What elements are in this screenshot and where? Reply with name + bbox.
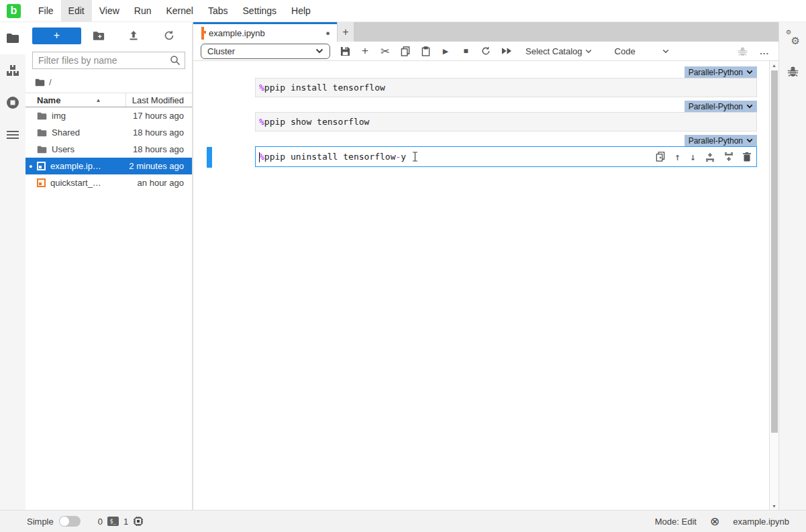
chevron-down-icon xyxy=(746,104,753,109)
file-list-header: Name ▲ Last Modified xyxy=(26,93,192,107)
column-header-name[interactable]: Name ▲ xyxy=(26,93,126,107)
restart-kernel-button[interactable] xyxy=(476,46,496,56)
notebook-toolbar: Cluster + ✂ ▶ ■ xyxy=(193,42,778,61)
cut-cells-button[interactable]: ✂ xyxy=(375,45,395,58)
notebook-scrollbar[interactable]: ▲ ▼ xyxy=(769,61,778,510)
file-filter xyxy=(32,52,185,69)
status-bar: Simple 0 $_ 1 Mode: Edit ⊗ example.ipynb xyxy=(0,510,806,532)
sidebar-tab-file-browser[interactable] xyxy=(0,22,26,54)
insert-cell-below-button[interactable] xyxy=(724,152,734,162)
breadcrumb-root: / xyxy=(49,77,52,87)
code-cell-3-active: Parallel-Python %ppip uninstall tensorfl… xyxy=(193,135,757,167)
left-activity-bar xyxy=(0,22,26,510)
menu-settings[interactable]: Settings xyxy=(236,0,285,21)
file-row-shared[interactable]: Shared 18 hours ago xyxy=(26,124,192,141)
cell-editor[interactable]: %ppip install tensorflow xyxy=(255,78,757,97)
bug-icon xyxy=(787,66,799,77)
file-row-example-notebook[interactable]: ● example.ip… 2 minutes ago xyxy=(26,158,192,174)
cell-editor[interactable]: %ppip show tensorflow xyxy=(255,112,757,131)
cell-kernel-dropdown[interactable]: Parallel-Python xyxy=(685,66,757,78)
breadcrumb[interactable]: / xyxy=(26,73,192,93)
sidebar-tab-debugger[interactable] xyxy=(787,66,799,77)
folder-icon xyxy=(37,146,47,154)
scrollbar-thumb[interactable] xyxy=(771,70,778,433)
cell-type-dropdown[interactable]: Code xyxy=(615,46,636,56)
mouse-cursor xyxy=(412,152,418,162)
notebook-content: Parallel-Python %ppip install tensorflow… xyxy=(193,61,769,510)
delete-cell-button[interactable] xyxy=(743,152,751,162)
gear-icon: ⚙ xyxy=(791,35,800,47)
right-activity-bar: ⚙ ⚙ xyxy=(778,22,806,510)
scroll-down-icon[interactable]: ▼ xyxy=(772,502,776,510)
menu-edit[interactable]: Edit xyxy=(61,0,92,21)
file-browser-toolbar: + xyxy=(26,22,192,49)
jupyterlab-app: b File Edit View Run Kernel Tabs Setting… xyxy=(0,0,806,532)
column-header-last-modified[interactable]: Last Modified xyxy=(126,95,192,105)
list-icon xyxy=(7,129,19,141)
paste-cells-button[interactable] xyxy=(415,46,436,56)
simple-mode-label: Simple xyxy=(27,517,54,527)
running-sessions-status[interactable]: 0 $_ 1 xyxy=(98,516,144,527)
simple-mode-toggle[interactable] xyxy=(59,516,81,527)
terminal-count: 0 xyxy=(98,517,103,527)
new-tab-button[interactable]: + xyxy=(338,22,354,42)
copy-cells-button[interactable] xyxy=(395,46,415,56)
mode-indicator: Mode: Edit xyxy=(655,517,697,527)
sidebar-tab-table-of-contents[interactable] xyxy=(0,119,26,151)
file-row-users[interactable]: Users 18 hours ago xyxy=(26,141,192,158)
cell-collapser[interactable] xyxy=(207,147,212,168)
cell-kernel-dropdown[interactable]: Parallel-Python xyxy=(685,101,757,112)
cluster-dropdown[interactable]: Cluster xyxy=(201,44,330,59)
stop-kernel-button[interactable]: ■ xyxy=(456,46,476,56)
stop-circle-icon xyxy=(6,96,19,109)
new-folder-button[interactable] xyxy=(81,31,116,41)
move-cell-down-button[interactable]: ↓ xyxy=(690,151,696,163)
menu-kernel[interactable]: Kernel xyxy=(158,0,200,21)
tab-example-ipynb[interactable]: example.ipynb ● xyxy=(193,22,337,42)
select-catalog-dropdown[interactable]: Select Catalog xyxy=(525,46,583,56)
new-launcher-button[interactable]: + xyxy=(32,28,81,44)
app-logo: b xyxy=(7,4,21,18)
sidebar-tab-extensions[interactable] xyxy=(0,54,26,87)
statusbar-filename: example.ipynb xyxy=(733,517,789,527)
upload-button[interactable] xyxy=(116,30,151,41)
save-button[interactable] xyxy=(335,46,355,56)
chevron-down-icon[interactable] xyxy=(585,49,592,54)
cell-toolbar: ↑ ↓ xyxy=(656,147,751,166)
notebook-panel: example.ipynb ● + Cluster + ✂ xyxy=(193,22,778,510)
menubar: b File Edit View Run Kernel Tabs Setting… xyxy=(0,0,806,22)
menu-view[interactable]: View xyxy=(92,0,127,21)
sidebar-tab-property-inspector[interactable]: ⚙ ⚙ xyxy=(785,31,800,46)
refresh-button[interactable] xyxy=(152,30,187,41)
unsaved-dot-icon: ● xyxy=(325,29,330,37)
kernel-count: 1 xyxy=(123,517,128,527)
tab-title: example.ipynb xyxy=(209,28,265,38)
folder-icon xyxy=(37,112,47,120)
sidebar-tab-running-sessions[interactable] xyxy=(0,87,26,119)
filter-files-input[interactable] xyxy=(32,52,185,69)
code-cell-2: Parallel-Python %ppip show tensorflow xyxy=(193,101,757,131)
insert-cell-above-button[interactable] xyxy=(705,152,715,162)
cell-editor-active[interactable]: %ppip uninstall tensorflow -y ↑ ↓ xyxy=(255,146,757,167)
duplicate-cell-button[interactable] xyxy=(656,152,665,162)
more-commands-icon[interactable]: ... xyxy=(760,46,769,56)
cell-kernel-dropdown[interactable]: Parallel-Python xyxy=(685,135,757,146)
menu-file[interactable]: File xyxy=(31,0,61,21)
move-cell-up-button[interactable]: ↑ xyxy=(674,151,681,163)
not-trusted-icon[interactable]: ⊗ xyxy=(710,515,719,529)
debugger-icon[interactable] xyxy=(738,46,748,56)
menu-tabs[interactable]: Tabs xyxy=(201,0,236,21)
unsaved-dot-icon: ● xyxy=(29,163,32,170)
file-row-img[interactable]: img 17 hours ago xyxy=(26,107,192,124)
restart-run-all-button[interactable] xyxy=(496,48,516,54)
insert-cell-button[interactable]: + xyxy=(355,44,375,58)
kernel-chip-icon xyxy=(133,516,144,527)
scroll-up-icon[interactable]: ▲ xyxy=(772,61,776,69)
menu-run[interactable]: Run xyxy=(127,0,159,21)
chevron-down-icon[interactable] xyxy=(662,49,669,54)
notebook-icon xyxy=(201,28,204,38)
chevron-down-icon xyxy=(746,138,753,143)
menu-help[interactable]: Help xyxy=(284,0,318,21)
run-cell-button[interactable]: ▶ xyxy=(436,47,456,56)
file-row-quickstart-notebook[interactable]: quickstart_… an hour ago xyxy=(26,174,192,191)
